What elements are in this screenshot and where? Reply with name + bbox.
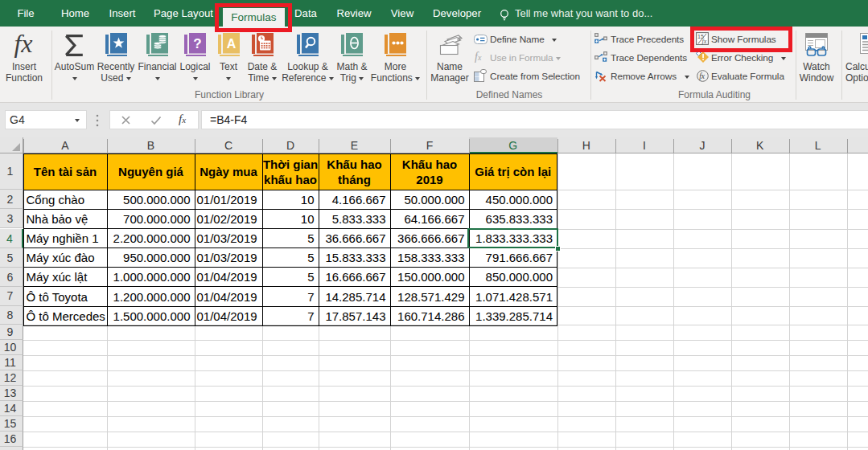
svg-text:?: ?	[193, 36, 201, 51]
svg-text:A: A	[227, 37, 237, 51]
svg-text:fx: fx	[699, 72, 706, 80]
